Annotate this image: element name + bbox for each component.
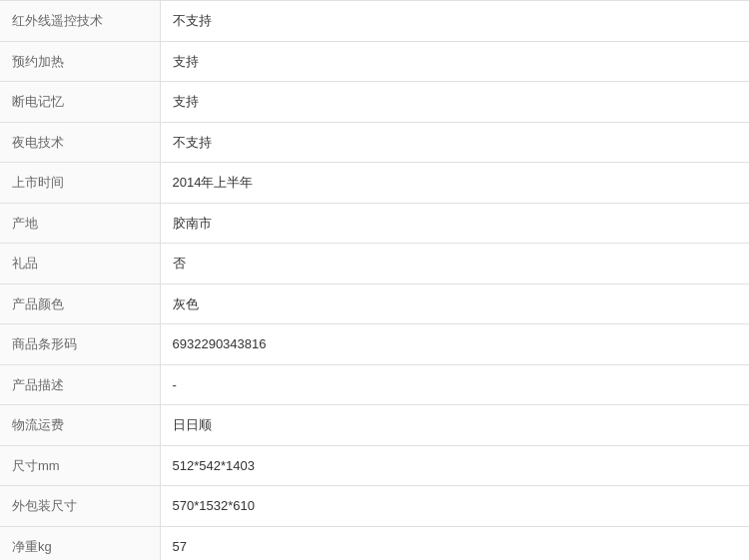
spec-label: 产品描述: [0, 364, 160, 405]
spec-label: 净重kg: [0, 526, 160, 560]
table-row: 预约加热支持: [0, 41, 749, 82]
table-row: 物流运费日日顺: [0, 405, 749, 446]
spec-value: -: [160, 364, 749, 405]
table-row: 产地胶南市: [0, 203, 749, 244]
spec-value: 不支持: [160, 1, 749, 42]
spec-table: 红外线遥控技术不支持预约加热支持断电记忆支持夜电技术不支持上市时间2014年上半…: [0, 0, 749, 560]
spec-value: 570*1532*610: [160, 486, 749, 527]
spec-label: 红外线遥控技术: [0, 1, 160, 42]
spec-label: 预约加热: [0, 41, 160, 82]
spec-value: 不支持: [160, 122, 749, 163]
table-row: 外包装尺寸570*1532*610: [0, 486, 749, 527]
spec-value: 灰色: [160, 283, 749, 324]
table-row: 上市时间2014年上半年: [0, 163, 749, 204]
table-row: 尺寸mm512*542*1403: [0, 445, 749, 486]
spec-value: 日日顺: [160, 405, 749, 446]
spec-label: 外包装尺寸: [0, 486, 160, 527]
spec-value: 支持: [160, 82, 749, 123]
table-row: 断电记忆支持: [0, 82, 749, 123]
table-row: 红外线遥控技术不支持: [0, 1, 749, 42]
spec-value: 6932290343816: [160, 324, 749, 365]
table-row: 净重kg57: [0, 526, 749, 560]
spec-label: 产品颜色: [0, 283, 160, 324]
table-row: 产品颜色灰色: [0, 283, 749, 324]
table-row: 夜电技术不支持: [0, 122, 749, 163]
spec-value: 2014年上半年: [160, 163, 749, 204]
spec-label: 产地: [0, 203, 160, 244]
spec-value: 胶南市: [160, 203, 749, 244]
spec-label: 商品条形码: [0, 324, 160, 365]
table-row: 商品条形码6932290343816: [0, 324, 749, 365]
table-row: 产品描述-: [0, 364, 749, 405]
spec-label: 尺寸mm: [0, 445, 160, 486]
spec-value: 支持: [160, 41, 749, 82]
spec-label: 上市时间: [0, 163, 160, 204]
spec-label: 物流运费: [0, 405, 160, 446]
spec-label: 夜电技术: [0, 122, 160, 163]
spec-value: 否: [160, 244, 749, 284]
table-row: 礼品否: [0, 244, 749, 284]
spec-label: 断电记忆: [0, 82, 160, 123]
spec-value: 57: [160, 526, 749, 560]
spec-label: 礼品: [0, 244, 160, 284]
spec-value: 512*542*1403: [160, 445, 749, 486]
